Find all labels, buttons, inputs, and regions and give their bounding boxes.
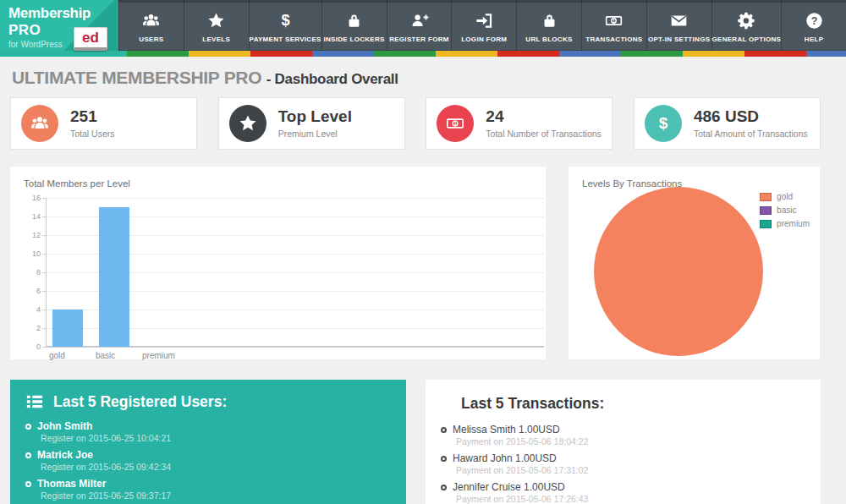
x-tick-label: gold (49, 351, 65, 360)
help-icon: ? (805, 10, 824, 30)
registered-users-list: John SmithRegister on 2015-06-25 10:04:2… (25, 420, 391, 504)
gear-icon (737, 10, 756, 30)
nav-item-label: OPT-IN SETTINGS (648, 36, 710, 43)
stat-label: Total Users (70, 129, 115, 139)
stat-label: Total Amount of Transactions (694, 129, 808, 139)
pie-chart-card: Levels By Transactions goldbasicpremium (569, 167, 820, 359)
stat-value: 24 (486, 108, 602, 126)
users-icon (21, 105, 58, 142)
top-nav: USERSLEVELS$PAYMENT SERVICESINSIDE LOCKE… (118, 0, 846, 51)
stat-card-total-amount-of-transactions: $486 USDTotal Amount of Transactions (634, 97, 821, 150)
svg-text:$: $ (659, 114, 668, 132)
envelope-icon (669, 10, 689, 30)
circle-bullet-icon (25, 481, 31, 487)
nav-item-url-blocks[interactable]: URL BLOCKS (516, 0, 581, 51)
y-tick (42, 272, 47, 273)
transaction-item-detail: Payment on 2015-05-06 17:31:02 (456, 465, 805, 475)
user-plus-icon (409, 10, 429, 30)
top-bar: Membership PRO for WordPress ed USERSLEV… (0, 0, 846, 51)
nav-item-users[interactable]: USERS (118, 0, 184, 51)
bar-chart: 0246810121416goldbasicpremium (46, 198, 544, 347)
page-subtitle-text: - Dashboard Overall (266, 71, 398, 87)
bottom-row: Last 5 Registered Users: John SmithRegis… (10, 380, 821, 504)
nav-item-opt-in-settings[interactable]: OPT-IN SETTINGS (646, 0, 711, 51)
login-icon (475, 10, 494, 30)
nav-item-inside-lockers[interactable]: INSIDE LOCKERS (321, 0, 387, 51)
registered-user-item[interactable]: Thomas MilterRegister on 2015-06-25 09:3… (25, 478, 391, 501)
y-tick-label: 4 (23, 305, 41, 314)
y-tick-label: 8 (23, 268, 41, 277)
y-tick (42, 235, 47, 236)
charts-row: Total Members per Level 0246810121416gol… (10, 167, 821, 359)
nav-item-register-form[interactable]: REGISTER FORM (387, 0, 452, 51)
transaction-item[interactable]: Jennifer Cruise 1.00USDPayment on 2015-0… (441, 481, 805, 504)
registered-user-item-name[interactable]: Thomas Milter (37, 478, 106, 490)
circle-bullet-icon (25, 452, 31, 458)
registered-user-item[interactable]: John SmithRegister on 2015-06-25 10:04:2… (25, 420, 391, 443)
stat-value: 251 (70, 108, 115, 126)
page-title: ULTIMATE MEMBERSHIP PRO - Dashboard Over… (12, 68, 821, 88)
banknote-icon: 1 (437, 105, 474, 142)
nav-item-label: LEVELS (202, 36, 230, 43)
x-tick-label: basic (96, 351, 115, 360)
pie-legend: goldbasicpremium (760, 192, 810, 233)
y-tick-label: 2 (23, 324, 41, 332)
stat-card-total-number-of-transactions: 124Total Number of Transactions (426, 97, 613, 150)
y-tick (42, 254, 47, 255)
nav-item-general-options[interactable]: GENERAL OPTIONS (711, 0, 782, 51)
circle-bullet-icon (441, 427, 447, 433)
y-tick-label: 6 (23, 287, 41, 295)
registered-user-item[interactable]: Matrick JoeRegister on 2015-06-25 09:42:… (25, 449, 391, 472)
dashboard-main: ULTIMATE MEMBERSHIP PRO - Dashboard Over… (0, 68, 846, 504)
y-tick (42, 328, 47, 329)
transaction-item[interactable]: Melissa Smith 1.00USDPayment on 2015-05-… (441, 424, 805, 446)
registered-user-item-name[interactable]: John Smith (37, 420, 92, 432)
pie-chart-title: Levels By Transactions (582, 178, 806, 189)
nav-item-label: USERS (139, 36, 163, 43)
transaction-item-name[interactable]: Haward John 1.00USD (453, 452, 557, 464)
nav-item-levels[interactable]: LEVELS (184, 0, 249, 51)
circle-bullet-icon (441, 485, 447, 490)
stats-row: 251Total UsersTop LevelPremium Level124T… (10, 97, 821, 150)
svg-text:?: ? (810, 14, 817, 26)
y-tick-label: 10 (23, 249, 41, 258)
y-tick (42, 198, 47, 199)
transaction-item[interactable]: Haward John 1.00USDPayment on 2015-05-06… (441, 452, 805, 475)
registered-users-header: Last 5 Registered Users: (25, 392, 391, 411)
nav-item-label: PAYMENT SERVICES (250, 36, 321, 43)
y-tick-label: 14 (23, 212, 41, 221)
logo-title: Membership (8, 5, 118, 22)
stat-label: Total Number of Transactions (486, 129, 602, 139)
nav-item-label: LOGIN FORM (461, 36, 507, 43)
svg-text:1: 1 (613, 18, 615, 23)
registered-user-item-detail: Register on 2015-06-25 09:37:17 (41, 490, 391, 501)
legend-label: basic (777, 205, 796, 215)
nav-item-login-form[interactable]: LOGIN FORM (451, 0, 516, 51)
stat-card-premium-level: Top LevelPremium Level (218, 97, 405, 150)
bar-chart-card: Total Members per Level 0246810121416gol… (10, 167, 546, 359)
nav-item-help[interactable]: ?HELP (781, 0, 846, 51)
page-title-text: ULTIMATE MEMBERSHIP PRO (12, 68, 261, 87)
dollar-icon: $ (276, 10, 295, 30)
legend-item-basic: basic (760, 205, 810, 215)
y-tick-label: 16 (23, 194, 41, 202)
pie-chart (594, 187, 763, 356)
registered-user-item-detail: Register on 2015-06-25 09:42:34 (41, 462, 391, 472)
registered-user-item-name[interactable]: Matrick Joe (37, 449, 93, 461)
transactions-list: Melissa Smith 1.00USDPayment on 2015-05-… (441, 424, 805, 504)
rainbow-strip (0, 51, 846, 57)
app-logo[interactable]: Membership PRO for WordPress ed (0, 0, 118, 51)
transaction-item-name[interactable]: Melissa Smith 1.00USD (453, 424, 560, 436)
transactions-panel: Last 5 Transactions: Melissa Smith 1.00U… (426, 380, 821, 504)
nav-item-payment-services[interactable]: $PAYMENT SERVICES (249, 0, 321, 51)
transaction-item-name[interactable]: Jennifer Cruise 1.00USD (453, 481, 565, 493)
legend-label: premium (777, 219, 810, 228)
svg-text:$: $ (281, 12, 289, 29)
x-tick-label: premium (142, 351, 175, 360)
nav-item-transactions[interactable]: 1TRANSACTIONS (581, 0, 646, 51)
stat-value: 486 USD (694, 108, 808, 126)
gridline (47, 198, 544, 199)
stat-label: Premium Level (278, 129, 352, 139)
registered-user-item-detail: Register on 2015-06-25 10:04:21 (41, 433, 391, 443)
banknote-icon: 1 (604, 10, 624, 30)
